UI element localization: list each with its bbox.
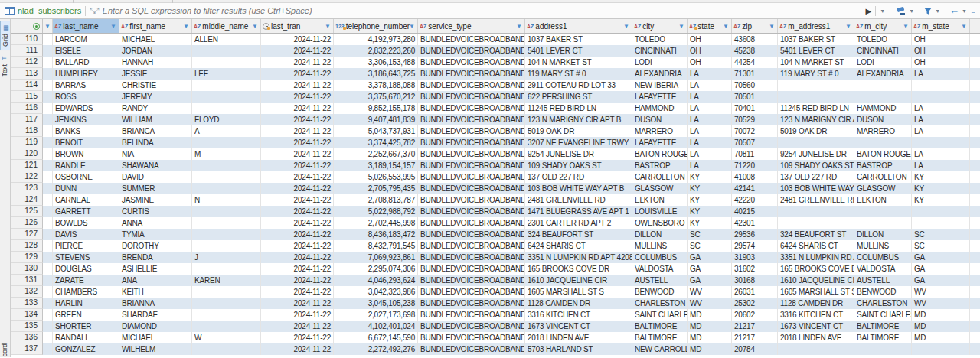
- table-cell[interactable]: TOLEDO: [632, 34, 688, 45]
- column-filter-caret[interactable]: ▼: [110, 23, 116, 30]
- table-cell[interactable]: 119 MARY ST # 0: [525, 68, 632, 80]
- table-cell[interactable]: 2481 GREENVILLE RD: [525, 194, 632, 206]
- column-header-m_address1[interactable]: AZm_address1▼: [778, 19, 854, 33]
- table-cell[interactable]: MD: [912, 309, 970, 321]
- table-cell[interactable]: LAFAYETTE: [632, 137, 688, 148]
- column-filter-caret[interactable]: ▼: [769, 23, 775, 30]
- table-cell[interactable]: 1128 CAMDEN DR: [525, 298, 632, 309]
- column-header-service_type[interactable]: AZservice_type▼: [418, 19, 525, 33]
- column-filter-caret[interactable]: ▼: [961, 23, 967, 30]
- table-cell[interactable]: KY: [688, 171, 732, 183]
- table-cell[interactable]: 31903: [732, 252, 778, 263]
- table-cell[interactable]: 70811: [732, 148, 778, 160]
- table-cell[interactable]: BATON ROUGE: [854, 148, 912, 160]
- table-cell[interactable]: BUNDLEDVOICEBROADBAND: [418, 171, 525, 183]
- table-cell[interactable]: LA: [688, 137, 732, 148]
- table-cell[interactable]: BROWN: [53, 148, 119, 160]
- table-cell[interactable]: OH: [912, 57, 970, 68]
- table-cell[interactable]: 20784: [732, 343, 778, 355]
- table-cell[interactable]: LA: [688, 160, 732, 171]
- table-cell[interactable]: MULLINS: [632, 240, 688, 252]
- row-number[interactable]: 127: [11, 229, 43, 240]
- table-cell[interactable]: LOUISVILLE: [632, 206, 688, 217]
- table-cell[interactable]: 40215: [732, 206, 778, 217]
- corner-cell[interactable]: [11, 19, 43, 33]
- table-cell[interactable]: BUNDLEDVOICEBROADBAND: [418, 332, 525, 343]
- table-cell[interactable]: 2024-11-22: [261, 298, 334, 309]
- table-cell[interactable]: 3316 KITCHEN CT: [525, 309, 632, 321]
- table-cell[interactable]: 25302: [732, 298, 778, 309]
- table-cell[interactable]: DUSON: [854, 114, 912, 125]
- table-cell[interactable]: BUNDLEDVOICEBROADBAND: [418, 57, 525, 68]
- table-cell[interactable]: ALEXANDRIA: [854, 68, 912, 80]
- table-cell[interactable]: 1673 VINCENT CT: [525, 321, 632, 332]
- table-cell[interactable]: [192, 343, 261, 355]
- grid-options-cell[interactable]: ▼: [43, 19, 53, 33]
- table-cell[interactable]: 2024-11-22: [261, 80, 334, 91]
- row-number[interactable]: 134: [11, 309, 43, 321]
- table-cell[interactable]: [192, 298, 261, 309]
- table-cell[interactable]: [192, 206, 261, 217]
- table-cell[interactable]: [192, 229, 261, 240]
- table-cell[interactable]: 137 OLD 227 RD: [525, 171, 632, 183]
- table-cell[interactable]: KAREN: [192, 275, 261, 286]
- table-cell[interactable]: EISELE: [53, 45, 119, 57]
- table-cell[interactable]: KY: [688, 206, 732, 217]
- table-cell[interactable]: MD: [912, 332, 970, 343]
- forward-arrow-icon[interactable]: →: [969, 5, 975, 17]
- table-cell[interactable]: SAINT CHARLES: [632, 309, 688, 321]
- table-cell[interactable]: KY: [912, 194, 970, 206]
- column-header-middle_name[interactable]: AZmiddle_name▼: [192, 19, 261, 33]
- table-cell[interactable]: 5401 LEVER CT: [525, 45, 632, 57]
- table-cell[interactable]: OH: [912, 45, 970, 57]
- table-cell[interactable]: HARLIN: [53, 298, 119, 309]
- table-cell[interactable]: 44254: [732, 57, 778, 68]
- table-cell[interactable]: WILHELM: [119, 343, 192, 355]
- row-number[interactable]: 118: [11, 125, 43, 137]
- table-cell[interactable]: 6,672,145,590: [334, 332, 418, 343]
- row-number[interactable]: 117: [11, 114, 43, 125]
- table-cell[interactable]: RANDY: [119, 103, 192, 114]
- table-cell[interactable]: SUMMER: [119, 183, 192, 194]
- table-cell[interactable]: KY: [688, 183, 732, 194]
- table-cell[interactable]: 3,374,425,782: [334, 137, 418, 148]
- row-number[interactable]: 115: [11, 91, 43, 103]
- table-cell[interactable]: GA: [912, 263, 970, 275]
- table-cell[interactable]: 104 N MARKET ST: [778, 57, 854, 68]
- table-cell[interactable]: LA: [912, 160, 970, 171]
- table-cell[interactable]: 123 N MARIGNY CIR APT B: [525, 114, 632, 125]
- table-cell[interactable]: [854, 91, 912, 103]
- table-cell[interactable]: ELKTON: [632, 194, 688, 206]
- table-cell[interactable]: 2024-11-22: [261, 103, 334, 114]
- table-cell[interactable]: BUNDLEDVOICEBROADBAND: [418, 229, 525, 240]
- table-cell[interactable]: 2024-11-22: [261, 343, 334, 355]
- table-cell[interactable]: 5019 OAK DR: [525, 125, 632, 137]
- column-header-zip[interactable]: AZzip▼: [732, 19, 778, 33]
- table-cell[interactable]: 1471 BLUEGRASS AVE APT 1: [525, 206, 632, 217]
- column-filter-caret[interactable]: ▼: [678, 23, 684, 30]
- table-cell[interactable]: [912, 217, 970, 229]
- table-cell[interactable]: MD: [688, 332, 732, 343]
- column-filter-caret[interactable]: ▼: [516, 23, 522, 30]
- table-cell[interactable]: GONZALEZ: [53, 343, 119, 355]
- table-cell[interactable]: 2,272,492,276: [334, 343, 418, 355]
- table-cell[interactable]: BUNDLEDVOICEBROADBAND: [418, 252, 525, 263]
- table-cell[interactable]: 3207 NE EVANGELINE TRWY: [525, 137, 632, 148]
- table-cell[interactable]: [778, 206, 854, 217]
- table-cell[interactable]: SAINT CHARLES: [854, 309, 912, 321]
- table-cell[interactable]: 1610 JACQUELINE CIR: [778, 275, 854, 286]
- table-cell[interactable]: 2024-11-22: [261, 286, 334, 298]
- table-cell[interactable]: 1128 CAMDEN DR: [778, 298, 854, 309]
- table-cell[interactable]: 2024-11-22: [261, 206, 334, 217]
- table-cell[interactable]: BENWOOD: [854, 286, 912, 298]
- table-cell[interactable]: 2,705,795,435: [334, 183, 418, 194]
- table-cell[interactable]: JORDAN: [119, 45, 192, 57]
- table-cell[interactable]: 2,252,667,370: [334, 148, 418, 160]
- column-header-state[interactable]: AZstate▼: [688, 19, 732, 33]
- table-cell[interactable]: BUNDLEDVOICEBROADBAND: [418, 137, 525, 148]
- table-cell[interactable]: DOROTHY: [119, 240, 192, 252]
- table-cell[interactable]: SC: [912, 229, 970, 240]
- table-cell[interactable]: 2481 GREENVILLE RD: [778, 194, 854, 206]
- table-cell[interactable]: 2024-11-22: [261, 125, 334, 137]
- table-cell[interactable]: SHAWANA: [119, 160, 192, 171]
